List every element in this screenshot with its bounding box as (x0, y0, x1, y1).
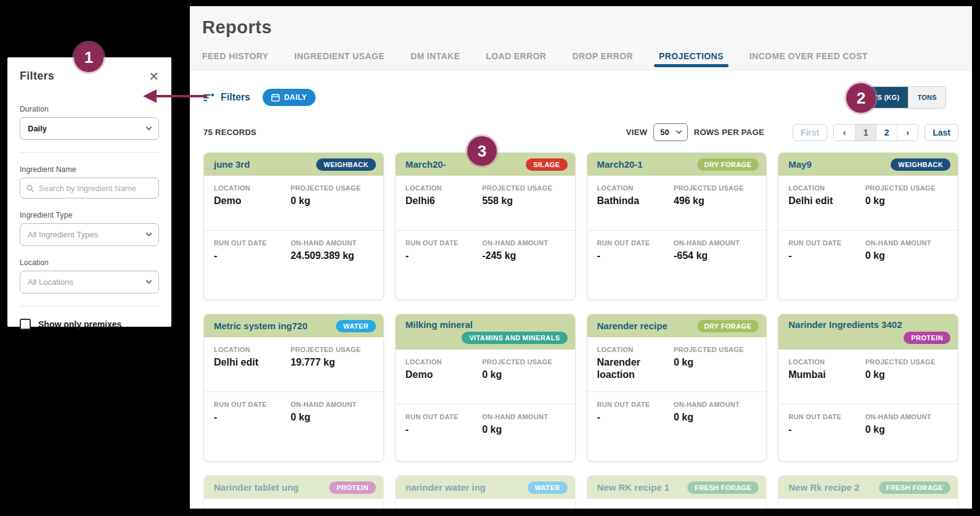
reports-header: Reports FEED HISTORYINGREDIENT USAGEDM I… (190, 6, 972, 70)
duration-value: Daily (28, 124, 47, 133)
filters-toggle-button[interactable]: Filters (203, 92, 250, 103)
field-value: Delhi edit (788, 195, 865, 207)
pagination-page-2[interactable]: 2 (876, 125, 897, 141)
daily-chip-label: DAILY (284, 93, 307, 102)
field-value: 19.777 kg (290, 356, 377, 369)
premix-checkbox[interactable] (20, 319, 31, 330)
tab-load-error[interactable]: LOAD ERROR (486, 51, 546, 67)
field-label: RUN OUT DATE (597, 239, 674, 248)
field-label: ON-HAND AMOUNT (482, 412, 568, 422)
card-header: New RK recipe 1FRESH FORAGE (587, 476, 767, 499)
pagination-last-button[interactable]: Last (925, 124, 958, 141)
ingredient-card[interactable]: Milking mineralVITAMINS AND MINERALSLOCA… (395, 314, 576, 462)
ingredient-card[interactable]: june 3rdWEIGHBACKLOCATIONDemoPROJECTED U… (203, 152, 384, 300)
field-value: 558 kg (482, 195, 568, 207)
card-title: March20- (406, 159, 446, 170)
field-label: ON-HAND AMOUNT (290, 400, 377, 409)
field-value: 0 kg (290, 411, 377, 424)
card-title: New Rk recipe 2 (788, 482, 859, 493)
field-value: 0 kg (674, 411, 760, 424)
chevron-down-icon (146, 125, 152, 131)
location-value: All Locations (28, 277, 73, 287)
ingredient-card[interactable]: Narinder tablet ungPROTEIN (203, 475, 384, 509)
field-label: PROJECTED USAGE (865, 184, 952, 193)
field-label: RUN OUT DATE (214, 239, 290, 248)
pagination-prev-button[interactable]: ‹ (834, 125, 855, 141)
tab-feed-history[interactable]: FEED HISTORY (202, 51, 268, 67)
ingredient-card[interactable]: May9WEIGHBACKLOCATIONDelhi editPROJECTED… (778, 152, 958, 300)
card-header: june 3rdWEIGHBACK (204, 153, 383, 176)
card-title: Narinder tablet ung (214, 482, 299, 493)
calendar-icon (271, 93, 280, 102)
field-label: PROJECTED USAGE (674, 184, 760, 193)
ingredient-type-value: All Ingredient Types (28, 230, 98, 239)
card-title: May9 (788, 159, 812, 170)
field-value: Mumbai (788, 369, 865, 381)
ingredient-type-select[interactable]: All Ingredient Types (20, 223, 159, 246)
ingredient-type-badge: VITAMINS AND MINERALS (462, 332, 567, 344)
ingredient-card[interactable]: New RK recipe 1FRESH FORAGE (587, 475, 767, 509)
show-only-premixes-row[interactable]: Show only premixes (20, 319, 159, 330)
card-title: Metric system ing720 (214, 321, 308, 331)
location-select[interactable]: All Locations (20, 271, 159, 293)
field-label: PROJECTED USAGE (482, 358, 568, 367)
ingredient-type-badge: WATER (528, 481, 568, 494)
field-value: 0 kg (674, 356, 760, 369)
field-label: LOCATION (214, 345, 290, 354)
ingredient-card[interactable]: Metric system ing720WATERLOCATIONDelhi e… (203, 314, 384, 462)
chevron-down-icon (676, 128, 682, 134)
ingredient-card[interactable]: New Rk recipe 2FRESH FORAGE (778, 475, 958, 509)
field-value: - (406, 424, 482, 436)
field-label: LOCATION (597, 345, 674, 354)
tab-drop-error[interactable]: DROP ERROR (572, 51, 633, 67)
divider (20, 306, 159, 306)
rows-per-page-select[interactable]: 50 (653, 123, 687, 141)
field-label: RUN OUT DATE (406, 239, 482, 248)
ingredient-name-label: Ingredient Name (20, 165, 159, 174)
tons-button[interactable]: TONS (908, 87, 945, 108)
annotation-step-2: 2 (846, 83, 876, 113)
field-value: Demo (406, 369, 482, 381)
duration-select[interactable]: Daily (20, 117, 159, 140)
field-label: ON-HAND AMOUNT (865, 412, 952, 422)
tab-dm-intake[interactable]: DM INTAKE (410, 51, 460, 67)
ingredient-name-input[interactable] (39, 184, 152, 193)
card-section: RUN OUT DATE-ON-HAND AMOUNT-654 kg (587, 230, 767, 284)
field-value: - (406, 250, 482, 262)
rows-per-page-label: ROWS PER PAGE (694, 128, 764, 137)
card-title: New RK recipe 1 (597, 482, 670, 493)
ingredient-name-search[interactable] (20, 178, 159, 199)
card-header: May9WEIGHBACK (778, 153, 958, 176)
field-value: -654 kg (674, 250, 760, 262)
daily-duration-chip[interactable]: DAILY (263, 89, 316, 106)
ingredient-card[interactable]: March20-1DRY FORAGELOCATIONBathindaPROJE… (587, 152, 767, 300)
field-value: Narender loaction (597, 356, 674, 381)
pagination-group: ‹ 1 2 › (833, 124, 918, 141)
close-icon[interactable]: ✕ (149, 70, 159, 83)
premix-label: Show only premixes (38, 319, 121, 329)
ingredient-card[interactable]: Narinder Ingredients 3402PROTEINLOCATION… (778, 314, 958, 462)
card-section: RUN OUT DATE-ON-HAND AMOUNT0 kg (396, 404, 575, 458)
ingredient-card[interactable]: March20-SILAGELOCATIONDelhi6PROJECTED US… (395, 152, 576, 300)
ingredient-card[interactable]: Narender recipeDRY FORAGELOCATIONNarende… (587, 314, 767, 462)
tab-ingredient-usage[interactable]: INGREDIENT USAGE (294, 51, 384, 67)
ingredient-type-badge: SILAGE (526, 158, 567, 171)
pagination-page-1[interactable]: 1 (855, 125, 876, 141)
pagination-next-button[interactable]: › (897, 125, 918, 141)
pagination-first-button[interactable]: First (793, 124, 827, 141)
field-value: -245 kg (482, 250, 568, 262)
field-label: LOCATION (406, 358, 482, 367)
ingredient-type-badge: FRESH FORAGE (879, 481, 950, 494)
card-section: LOCATIONDemoPROJECTED USAGE0 kg (396, 350, 575, 404)
tab-projections[interactable]: PROJECTIONS (659, 51, 724, 67)
field-value: - (214, 411, 290, 424)
field-label: ON-HAND AMOUNT (674, 400, 760, 409)
ingredient-card[interactable]: narinder water ingWATER (395, 475, 576, 509)
screenshot-stage: Reports FEED HISTORYINGREDIENT USAGEDM I… (0, 0, 980, 516)
card-section: LOCATIONNarender loactionPROJECTED USAGE… (587, 337, 767, 391)
card-section: RUN OUT DATE-ON-HAND AMOUNT0 kg (778, 404, 958, 458)
projection-cards-grid: june 3rdWEIGHBACKLOCATIONDemoPROJECTED U… (190, 141, 972, 509)
card-header: Narinder Ingredients 3402PROTEIN (778, 314, 958, 350)
tab-income-over-feed-cost[interactable]: INCOME OVER FEED COST (749, 51, 868, 67)
field-value: - (788, 424, 865, 436)
